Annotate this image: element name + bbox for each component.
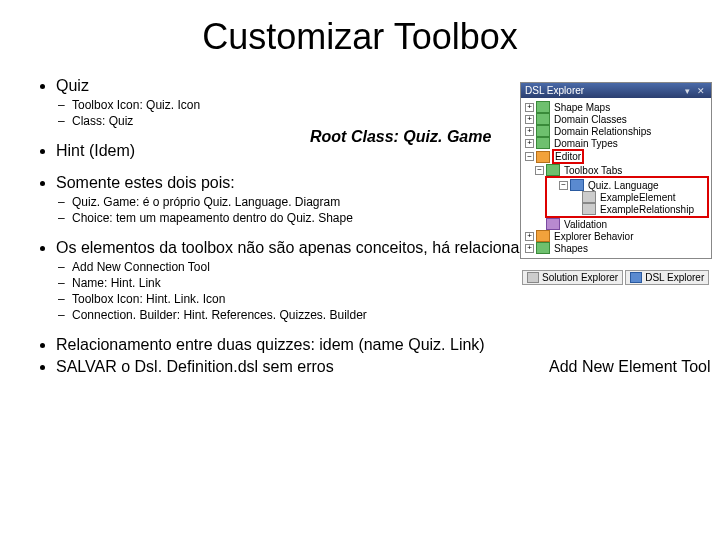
bullet-elementos-sub3: Toolbox Icon: Hint. Link. Icon — [72, 292, 690, 307]
validation-icon — [546, 218, 560, 230]
tree-node-toolbox-tabs[interactable]: − Toolbox Tabs — [523, 164, 709, 176]
expand-icon[interactable]: + — [525, 115, 534, 124]
expand-icon[interactable]: + — [525, 139, 534, 148]
explorer-title: DSL Explorer — [525, 85, 584, 96]
tree-label: Explorer Behavior — [552, 231, 633, 242]
folder-icon — [536, 137, 550, 149]
collapse-icon[interactable]: − — [525, 152, 534, 161]
tab-label: Solution Explorer — [542, 272, 618, 283]
expand-icon[interactable]: + — [525, 127, 534, 136]
tree-label: Toolbox Tabs — [562, 165, 622, 176]
slide-title: Customizar Toolbox — [30, 16, 690, 58]
tree-node-shape-maps[interactable]: + Shape Maps — [523, 101, 709, 113]
bullet-relac: Relacionamento entre duas quizzes: idem … — [56, 335, 690, 355]
behavior-icon — [536, 230, 550, 242]
bullet-elementos-heading: Os elementos da toolbox não são apenas c… — [56, 239, 576, 256]
bullet-quiz-heading: Quiz — [56, 77, 89, 94]
bullet-elementos-sub4: Connection. Builder: Hint. References. Q… — [72, 308, 690, 323]
tree-label: Shapes — [552, 243, 588, 254]
element-icon — [582, 191, 596, 203]
folder-icon — [536, 101, 550, 113]
tree-node-quiz-language[interactable]: − Quiz. Language — [547, 179, 707, 191]
explorer-tab-strip: Solution Explorer DSL Explorer — [522, 270, 712, 285]
expand-icon[interactable]: + — [525, 103, 534, 112]
explorer-titlebar: DSL Explorer ▾ ✕ — [521, 83, 711, 98]
dsl-icon — [630, 272, 642, 283]
tree-node-editor[interactable]: − Editor — [523, 149, 709, 164]
editor-icon — [536, 151, 550, 163]
tree-label-highlighted: Editor — [552, 149, 584, 164]
tree-label: Domain Classes — [552, 114, 627, 125]
root-class-annotation: Root Class: Quiz. Game — [310, 128, 491, 146]
tree-node-domain-relationships[interactable]: + Domain Relationships — [523, 125, 709, 137]
tree-label: Shape Maps — [552, 102, 610, 113]
tree-label: Domain Types — [552, 138, 618, 149]
expand-icon[interactable]: + — [525, 244, 534, 253]
tree-label: Validation — [562, 219, 607, 230]
tab-solution-explorer[interactable]: Solution Explorer — [522, 270, 623, 285]
solution-icon — [527, 272, 539, 283]
folder-icon — [546, 164, 560, 176]
tree-label: ExampleRelationship — [598, 204, 694, 215]
tab-dsl-explorer[interactable]: DSL Explorer — [625, 270, 709, 285]
tree-label: ExampleElement — [598, 192, 676, 203]
tree-node-explorer-behavior[interactable]: + Explorer Behavior — [523, 230, 709, 242]
add-new-element-annotation: Add New Element Tool — [549, 358, 711, 376]
tree-label: Quiz. Language — [586, 180, 659, 191]
collapse-icon[interactable]: − — [535, 166, 544, 175]
window-buttons[interactable]: ▾ ✕ — [685, 86, 707, 96]
tree-node-example-element[interactable]: ExampleElement — [547, 191, 707, 203]
expand-icon[interactable]: + — [525, 232, 534, 241]
collapse-icon[interactable]: − — [559, 181, 568, 190]
folder-icon — [536, 242, 550, 254]
relationship-icon — [582, 203, 596, 215]
tab-label: DSL Explorer — [645, 272, 704, 283]
explorer-tree: + Shape Maps + Domain Classes + Domain R… — [521, 98, 711, 258]
tree-node-domain-classes[interactable]: + Domain Classes — [523, 113, 709, 125]
folder-icon — [536, 113, 550, 125]
tree-label: Domain Relationships — [552, 126, 651, 137]
folder-icon — [536, 125, 550, 137]
tree-node-domain-types[interactable]: + Domain Types — [523, 137, 709, 149]
tab-icon — [570, 179, 584, 191]
tree-node-shapes[interactable]: + Shapes — [523, 242, 709, 254]
tree-node-example-relationship[interactable]: ExampleRelationship — [547, 203, 707, 215]
tree-node-validation[interactable]: Validation — [523, 218, 709, 230]
bullet-somente-heading: Somente estes dois pois: — [56, 174, 235, 191]
dsl-explorer-panel: DSL Explorer ▾ ✕ + Shape Maps + Domain C… — [520, 82, 712, 259]
